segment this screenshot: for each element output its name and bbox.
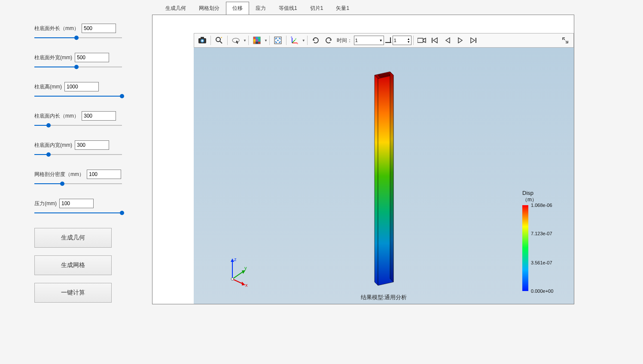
viewer-toolbar: ▼ ▼ zxy ▼: [194, 33, 574, 48]
param-slider[interactable]: [34, 35, 122, 41]
render-canvas[interactable]: z y x 结果模型:通用分析 Disp （m）: [194, 48, 574, 304]
axis-gizmo: z y x: [225, 257, 250, 287]
svg-rect-11: [253, 39, 256, 42]
legend-tick: 1.068e-06: [531, 203, 552, 208]
param-input[interactable]: [82, 24, 116, 33]
param-label: 柱底高(mm): [34, 83, 62, 91]
svg-rect-8: [253, 37, 256, 39]
tab[interactable]: 位移: [226, 2, 249, 15]
svg-rect-1: [201, 37, 204, 39]
first-frame-icon[interactable]: [428, 34, 441, 46]
legend-tick: 7.123e-07: [531, 231, 552, 236]
param-slider[interactable]: [34, 93, 122, 99]
fit-view-icon[interactable]: [271, 34, 284, 46]
legend-bar: [522, 205, 528, 291]
generate-geometry-button[interactable]: 生成几何: [34, 228, 112, 248]
param-label: 压力(mm): [34, 200, 57, 207]
param-slider[interactable]: [34, 64, 122, 70]
param-slider[interactable]: [34, 122, 122, 128]
param-label: 柱底面内宽(mm): [34, 142, 72, 149]
svg-point-6: [232, 38, 239, 42]
param-group: 柱底面外长（mm）: [34, 24, 122, 41]
svg-rect-16: [258, 42, 260, 44]
svg-rect-26: [390, 37, 391, 43]
tab-bar: 生成几何网格划分位移应力等值线1切片1矢量1: [152, 0, 574, 15]
record-icon[interactable]: [415, 34, 428, 46]
param-label: 柱底面内长（mm）: [34, 112, 79, 120]
param-label: 网格剖分密度（mm）: [34, 171, 84, 178]
expand-icon[interactable]: [559, 34, 572, 46]
generate-mesh-button[interactable]: 生成网格: [34, 255, 112, 275]
svg-text:x: x: [297, 42, 298, 44]
svg-text:y: y: [244, 265, 247, 270]
param-input[interactable]: [75, 140, 109, 150]
rotate-cw-icon[interactable]: [322, 34, 335, 46]
param-group: 柱底高(mm): [34, 82, 122, 99]
svg-point-18: [277, 40, 278, 41]
param-group: 压力(mm): [34, 199, 122, 216]
tab[interactable]: 网格划分: [192, 2, 226, 15]
param-label: 柱底面外宽(mm): [34, 54, 72, 61]
param-slider[interactable]: [34, 152, 122, 158]
param-input[interactable]: [59, 199, 94, 208]
axis-view-icon[interactable]: zxy: [288, 34, 301, 46]
select-mode-icon[interactable]: [229, 34, 242, 46]
param-input[interactable]: [82, 111, 116, 121]
svg-rect-15: [256, 42, 258, 44]
chevron-down-icon[interactable]: ▼: [243, 39, 247, 42]
svg-rect-29: [475, 38, 476, 43]
param-group: 柱底面内宽(mm): [34, 140, 122, 158]
svg-line-38: [232, 271, 244, 279]
svg-text:y: y: [295, 37, 296, 40]
svg-rect-12: [256, 39, 258, 42]
legend-tick: 3.561e-07: [531, 260, 552, 265]
play-icon[interactable]: [454, 34, 467, 46]
param-slider[interactable]: [34, 181, 122, 187]
svg-rect-14: [253, 42, 256, 44]
svg-text:x: x: [245, 282, 248, 287]
zoom-icon[interactable]: [213, 34, 226, 46]
param-input[interactable]: [64, 82, 99, 91]
svg-text:z: z: [291, 36, 292, 38]
param-slider[interactable]: [34, 210, 122, 216]
svg-text:z: z: [234, 257, 237, 262]
svg-line-5: [220, 41, 222, 43]
legend-title: Disp: [522, 190, 561, 196]
last-step-icon[interactable]: [384, 34, 393, 46]
param-input[interactable]: [75, 53, 109, 62]
tab[interactable]: 矢量1: [329, 2, 356, 15]
last-frame-icon[interactable]: [467, 34, 480, 46]
param-label: 柱底面外长（mm）: [34, 25, 79, 32]
svg-line-21: [292, 40, 295, 43]
viewer-frame: ▼ ▼ zxy ▼: [152, 15, 574, 304]
column-model: [369, 69, 399, 288]
prev-frame-icon[interactable]: [441, 34, 454, 46]
time-combo[interactable]: 1▼: [354, 36, 384, 45]
colormap-icon[interactable]: [250, 34, 263, 46]
svg-marker-34: [390, 72, 393, 282]
svg-rect-10: [258, 37, 260, 39]
legend-tick: 0.000e+00: [531, 288, 553, 294]
compute-button[interactable]: 一键计算: [34, 283, 112, 303]
viewer-caption: 结果模型:通用分析: [361, 294, 407, 301]
chevron-down-icon[interactable]: ▼: [264, 39, 268, 42]
tab[interactable]: 等值线1: [272, 2, 304, 15]
svg-marker-32: [375, 75, 378, 285]
svg-rect-9: [256, 37, 258, 39]
param-input[interactable]: [87, 170, 121, 179]
step-spinner[interactable]: 1▲▼: [393, 36, 411, 45]
snapshot-icon[interactable]: [196, 34, 209, 46]
svg-marker-42: [242, 282, 245, 285]
svg-point-44: [231, 278, 234, 280]
param-group: 柱底面外宽(mm): [34, 53, 122, 70]
tab[interactable]: 应力: [249, 2, 272, 15]
rotate-ccw-icon[interactable]: [309, 34, 322, 46]
tab[interactable]: 生成几何: [159, 2, 192, 15]
svg-rect-28: [432, 38, 433, 43]
svg-rect-27: [417, 38, 423, 42]
svg-rect-13: [258, 39, 260, 42]
sidebar: 柱底面外长（mm） 柱底面外宽(mm) 柱底高(mm) 柱底面内长（mm）: [0, 0, 152, 364]
chevron-down-icon[interactable]: ▼: [302, 39, 305, 42]
tab[interactable]: 切片1: [304, 2, 330, 15]
svg-point-4: [216, 37, 220, 42]
